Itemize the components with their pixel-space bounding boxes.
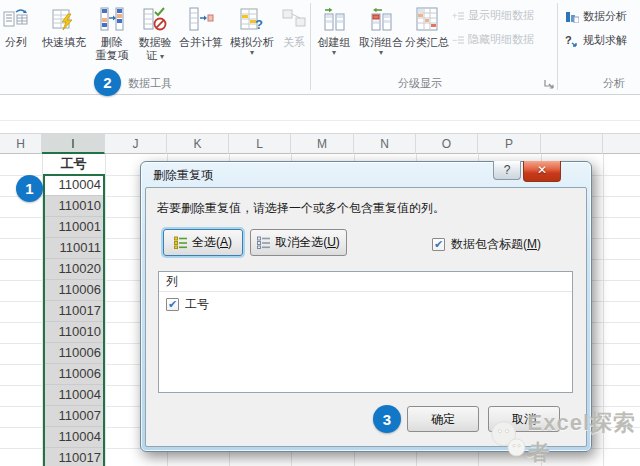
- ungroup-icon: [356, 4, 406, 34]
- relationships-icon: [280, 4, 308, 34]
- select-all-icon: [174, 236, 187, 249]
- gridline: [105, 154, 106, 466]
- svg-text:?: ?: [255, 17, 263, 32]
- subtotal-icon: [402, 4, 452, 34]
- ribbon-button-solver[interactable]: ? 规划求解: [565, 33, 627, 48]
- cell[interactable]: 110007: [45, 406, 104, 427]
- cell[interactable]: 110020: [45, 259, 104, 280]
- dropdown-icon: ▾: [228, 49, 276, 57]
- callout-badge-1: 1: [16, 175, 43, 202]
- button-label: 全选(A): [192, 234, 232, 251]
- consolidate-icon: [176, 4, 226, 34]
- button-label: 快速填充: [36, 36, 92, 49]
- ribbon-group-analysis: 分析: [592, 76, 636, 91]
- columns-list-header: 列: [159, 272, 572, 292]
- text-to-columns-icon: [2, 4, 30, 34]
- column-header-j[interactable]: J: [105, 134, 167, 154]
- button-label: 规划求解: [583, 33, 627, 48]
- flash-fill-icon: [36, 4, 92, 34]
- dropdown-icon: ▾: [160, 52, 164, 61]
- unselect-all-button[interactable]: 取消全选(U): [250, 229, 347, 256]
- callout-badge-2: 2: [94, 69, 121, 96]
- cell[interactable]: 110010: [45, 196, 104, 217]
- ribbon-button-remove-duplicates[interactable]: 删除 重复项: [92, 4, 132, 62]
- column-header-l[interactable]: L: [229, 134, 291, 154]
- callout-badge-3: 3: [373, 405, 401, 433]
- ribbon-button-ungroup[interactable]: 取消组合 ▾: [356, 4, 406, 57]
- checkbox-label: 数据包含标题(M): [451, 236, 541, 253]
- button-label: 分列: [2, 36, 30, 49]
- create-group-icon: [312, 4, 356, 34]
- ribbon-button-show-detail: + 显示明细数据: [452, 8, 534, 23]
- ribbon-button-what-if-analysis[interactable]: ? 模拟分析 ▾: [228, 4, 276, 57]
- show-detail-icon: +: [452, 11, 464, 21]
- column-header-i-selected[interactable]: I: [42, 134, 105, 154]
- checkbox-checked-icon: ✔: [432, 238, 445, 251]
- button-label: 合并计算: [176, 36, 226, 49]
- cell[interactable]: 110011: [45, 238, 104, 259]
- cell-active[interactable]: 110004: [45, 175, 104, 196]
- gridline: [42, 154, 43, 466]
- what-if-analysis-icon: ?: [228, 4, 276, 34]
- button-label: 数据分析: [583, 9, 627, 24]
- ribbon-separator: [310, 3, 311, 90]
- close-button[interactable]: ✕: [523, 161, 561, 182]
- data-validation-icon: [136, 4, 174, 34]
- cell-i1-header[interactable]: 工号: [43, 154, 104, 174]
- select-all-button[interactable]: 全选(A): [163, 229, 243, 256]
- ribbon-button-flash-fill[interactable]: 快速填充: [36, 4, 92, 49]
- watermark-text: Excel探索者: [528, 408, 640, 466]
- button-label: 确定: [431, 411, 455, 428]
- column-header-p[interactable]: P: [478, 134, 541, 154]
- dialog-launcher-icon[interactable]: [543, 76, 555, 88]
- ribbon-button-data-validation[interactable]: 数据验 证 ▾: [136, 4, 174, 62]
- cell[interactable]: 110006: [45, 343, 104, 364]
- column-header-o[interactable]: O: [416, 134, 478, 154]
- cell[interactable]: 110017: [45, 448, 104, 466]
- solver-icon: ?: [565, 34, 579, 47]
- columns-listbox[interactable]: 列 ✔ 工号: [158, 271, 573, 393]
- column-header-k[interactable]: K: [167, 134, 229, 154]
- button-label: 显示明细数据: [468, 8, 534, 23]
- data-analysis-icon: [565, 10, 579, 23]
- button-label-line1: 数据验: [136, 36, 174, 49]
- cell[interactable]: 110004: [45, 427, 104, 448]
- excel-screenshot: 分列 快速填充 删除 重复项 数据验 证 ▾ 合并计算: [0, 0, 640, 466]
- svg-text:−: −: [452, 35, 457, 45]
- list-item-label: 工号: [185, 296, 209, 313]
- button-label: 分类汇总: [402, 36, 452, 49]
- cell[interactable]: 110001: [45, 217, 104, 238]
- remove-duplicates-icon: [92, 4, 132, 34]
- cell[interactable]: 110006: [45, 280, 104, 301]
- ribbon-button-consolidate[interactable]: 合并计算: [176, 4, 226, 49]
- button-label-line1: 删除: [92, 36, 132, 49]
- ribbon-group-data-tools: 数据工具: [118, 76, 182, 91]
- ribbon-button-subtotal[interactable]: 分类汇总: [402, 4, 452, 49]
- help-button[interactable]: ?: [493, 161, 521, 180]
- ribbon-button-create-group[interactable]: 创建组 ▾: [312, 4, 356, 57]
- column-header-m[interactable]: M: [291, 134, 354, 154]
- ribbon-button-relationships: 关系: [280, 4, 308, 49]
- hide-detail-icon: −: [452, 35, 464, 45]
- svg-text:?: ?: [565, 34, 572, 46]
- column-header-n[interactable]: N: [354, 134, 416, 154]
- dialog-title: 删除重复项: [153, 167, 213, 184]
- button-label-line2: 重复项: [92, 49, 132, 62]
- ok-button[interactable]: 确定: [407, 406, 479, 432]
- cell[interactable]: 110010: [45, 322, 104, 343]
- button-label: 关系: [280, 36, 308, 49]
- unselect-all-icon: [257, 236, 270, 249]
- ribbon-button-text-to-columns[interactable]: 分列: [2, 4, 30, 49]
- cell[interactable]: 110004: [45, 385, 104, 406]
- data-has-headers-checkbox[interactable]: ✔ 数据包含标题(M): [432, 236, 541, 253]
- cell[interactable]: 110017: [45, 301, 104, 322]
- button-label: 隐藏明细数据: [468, 32, 534, 47]
- column-header-row: H I J K L M N O P: [0, 133, 640, 154]
- cell[interactable]: 110006: [45, 364, 104, 385]
- ribbon-button-data-analysis[interactable]: 数据分析: [565, 9, 627, 24]
- ribbon-button-hide-detail: − 隐藏明细数据: [452, 32, 534, 47]
- column-header-blank[interactable]: [541, 134, 603, 154]
- column-header-h[interactable]: H: [0, 134, 42, 154]
- checkbox-checked-icon: ✔: [166, 298, 179, 311]
- column-list-item[interactable]: ✔ 工号: [159, 292, 572, 313]
